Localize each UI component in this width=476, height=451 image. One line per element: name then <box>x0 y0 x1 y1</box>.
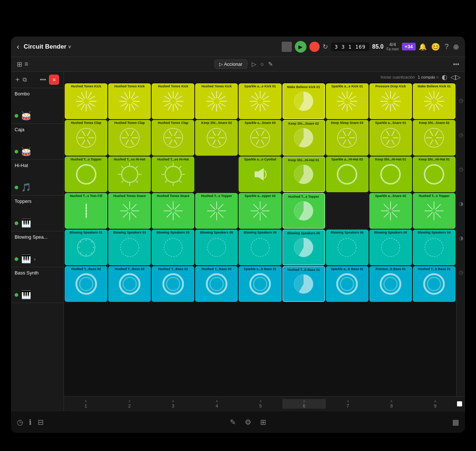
clip-cell-r0-c7[interactable]: Pressure Drop Kick <box>369 83 412 119</box>
help-button[interactable]: ? <box>445 42 449 51</box>
accionar-button[interactable]: ▷ Accionar <box>214 60 247 69</box>
clip-cell-r4-c1[interactable]: Blowing Speakers 03 <box>108 230 151 265</box>
tempo-display[interactable]: 85.0 <box>372 43 384 50</box>
clip-cell-r2-c0[interactable]: Hushed T...s Topper <box>65 156 107 192</box>
clip-cell-r2-c5[interactable]: Keep Shi...Hi-Hat 01 <box>282 156 325 192</box>
track-expand-blowing[interactable]: › <box>34 256 36 262</box>
clip-cell-r0-c4[interactable]: Sparkle a...e Kick 01 <box>239 83 281 119</box>
clip-cell-r3-c3[interactable]: Hushed T...s Topper <box>195 193 238 229</box>
clip-cell-r3-c4[interactable]: Sparkle a...opper 02 <box>239 193 281 229</box>
measure-4[interactable]: ∧ 4 <box>195 399 239 409</box>
clip-cell-r3-c8[interactable]: Hushed T...s Topper <box>413 193 456 229</box>
pencil-footer-button[interactable]: ✎ <box>230 418 236 427</box>
clip-cell-r3-c2[interactable]: Hushed Tones Snare <box>152 193 194 229</box>
clip-cell-r2-c4[interactable]: Sparkle a...e Cymbal <box>239 156 281 192</box>
measure-7[interactable]: ∧ 7 <box>326 399 370 409</box>
play-button[interactable]: ▶ <box>295 41 306 53</box>
clip-cell-r3-c7[interactable]: Sparkle a...Snare 02 <box>369 193 412 229</box>
add-track-button[interactable]: + <box>15 76 20 84</box>
clip-cell-r0-c1[interactable]: Hushed Tones Kick <box>108 83 151 119</box>
clip-cell-r1-c3[interactable]: Keep Shi...Snare 02 <box>195 120 238 156</box>
row-ctrl-1[interactable]: ◷ <box>457 84 465 117</box>
clip-cell-r2-c6[interactable]: Sparkle a...Hi-Hat 02 <box>326 156 369 192</box>
clip-cell-r5-c0[interactable]: Hushed T...Bass 02 <box>65 266 107 302</box>
clip-cell-r0-c2[interactable]: Hushed Tones Kick <box>152 83 194 119</box>
play-sub-button[interactable]: ▷ <box>252 61 256 68</box>
grid-view-button[interactable]: ⊞ <box>17 60 22 68</box>
clip-cell-r4-c3[interactable]: Blowing Speakers 05 <box>195 230 238 265</box>
clip-cell-r3-c6[interactable] <box>326 193 369 229</box>
stop-button[interactable] <box>282 42 292 52</box>
clip-cell-r3-c5[interactable]: Hushed T...s Topper <box>282 193 325 229</box>
clip-cell-r0-c3[interactable]: Hushed Tones Kick <box>195 83 238 119</box>
clip-cell-r0-c8[interactable]: Make Believe Kick 01 <box>413 83 456 119</box>
row-ctrl-3[interactable]: ◷ <box>457 153 465 186</box>
list-view-button[interactable]: ≡ <box>24 60 28 68</box>
clip-cell-r5-c3[interactable]: Hushed T...Bass 02 <box>195 266 238 302</box>
clip-cell-r2-c7[interactable]: Keep Shi...Hi-Hat 01 <box>369 156 412 192</box>
record-button[interactable] <box>309 42 320 52</box>
history-button[interactable]: ◷ <box>17 418 23 427</box>
clip-cell-r1-c0[interactable]: Hushed Tones Clap <box>65 120 107 156</box>
clip-cell-r4-c8[interactable]: Blowing Speakers 04 <box>413 230 456 265</box>
clip-cell-r2-c8[interactable]: Keep Shi...Hi-Hat 01 <box>413 156 456 192</box>
time-signature[interactable]: 4/4 Fa men <box>386 42 399 52</box>
clip-cell-r1-c4[interactable]: Sparkle a...Snare 03 <box>239 120 281 156</box>
more-button[interactable]: ⊕ <box>453 42 459 51</box>
measure-9[interactable]: ∧ 9 <box>414 399 457 409</box>
clip-cell-r4-c5[interactable]: Blowing Speakers 05 <box>282 230 325 265</box>
pencil-sub-button[interactable]: ✎ <box>268 61 273 68</box>
project-name[interactable]: Circuit Bender ∨ <box>24 43 71 50</box>
clip-cell-r1-c5[interactable]: Keep Shi...Snare 02 <box>282 120 325 156</box>
clip-cell-r2-c3[interactable] <box>195 156 238 192</box>
duplicate-button[interactable]: ⧉ <box>23 76 27 83</box>
sub-more-button[interactable]: ••• <box>453 61 459 68</box>
clip-cell-r5-c8[interactable]: Hushed T...b Bass 01 <box>413 266 456 302</box>
measure-5[interactable]: ∧ 5 <box>239 399 282 409</box>
track-item-toppers[interactable]: Toppers 🎹 <box>11 196 64 231</box>
clip-cell-r3-c0[interactable]: Hushed T...s Tom Fill <box>65 193 107 229</box>
clip-cell-r1-c6[interactable]: Deep Sleep Snare 03 <box>326 120 369 156</box>
track-item-bass[interactable]: Bass Synth 🎹 <box>11 267 64 303</box>
clip-cell-r4-c7[interactable]: Blowing Speakers 06 <box>369 230 412 265</box>
row-ctrl-4[interactable]: ◑ <box>457 187 465 220</box>
clip-cell-r4-c2[interactable]: Blowing Speakers 03 <box>152 230 194 265</box>
clip-cell-r1-c1[interactable]: Hushed Tones Clap <box>108 120 151 156</box>
clip-cell-r5-c1[interactable]: Hushed T...Bass 02 <box>108 266 151 302</box>
clip-cell-r5-c2[interactable]: Hushed T...Bass 02 <box>152 266 194 302</box>
clip-cell-r1-c2[interactable]: Hushed Tones Clap <box>152 120 194 156</box>
clip-cell-r2-c1[interactable]: Hushed T...es Hi-Hat <box>108 156 151 192</box>
clip-cell-r0-c0[interactable]: Hushed Tones Kick <box>65 83 107 119</box>
clip-cell-r0-c6[interactable]: Sparkle a...e Kick 01 <box>326 83 369 119</box>
volume-button[interactable]: ◁▷ <box>450 73 461 81</box>
row-ctrl-6[interactable]: ◷ <box>457 256 465 289</box>
clip-cell-r3-c1[interactable]: Hushed Tones Snare <box>108 193 151 229</box>
clip-cell-r1-c7[interactable]: Sparkle a...Snare 01 <box>369 120 412 156</box>
sliders-footer-button[interactable]: ⊞ <box>260 418 266 427</box>
clip-cell-r4-c4[interactable]: Blowing Speakers 05 <box>239 230 281 265</box>
transpose-badge[interactable]: +34 <box>402 43 416 50</box>
settings-footer-button[interactable]: ⚙ <box>245 418 251 427</box>
grid-footer-button[interactable]: ▦ <box>452 418 459 427</box>
clip-cell-r1-c8[interactable]: Keep Shi...Snare 02 <box>413 120 456 156</box>
loop-sub-button[interactable]: ○ <box>260 61 264 68</box>
clip-cell-r4-c0[interactable]: Blowing Speakers 01 <box>65 230 107 265</box>
clip-cell-r0-c5[interactable]: Make Believe Kick 01 <box>282 83 325 119</box>
measure-2[interactable]: ∧ 2 <box>108 399 152 409</box>
track-item-bombo[interactable]: Bombo 🥁 <box>11 88 64 124</box>
measure-6[interactable]: ∧ 6 <box>282 399 326 409</box>
row-ctrl-5[interactable]: ◑ <box>457 221 465 254</box>
contrast-button[interactable]: ◐ <box>442 73 448 81</box>
track-menu-button[interactable]: ••• <box>40 76 46 83</box>
track-item-caja[interactable]: Caja 🥁 <box>11 124 64 160</box>
layout-button[interactable]: ⊟ <box>38 418 44 427</box>
clip-cell-r2-c2[interactable]: Hushed T...es Hi-Hat <box>152 156 194 192</box>
emoji-button[interactable]: 😊 <box>431 42 440 51</box>
clip-cell-r4-c6[interactable]: Blowing Speakers 06 <box>326 230 369 265</box>
row-ctrl-2[interactable]: ◷ <box>457 118 465 151</box>
loop-button[interactable]: ↻ <box>323 43 328 51</box>
clip-cell-r5-c4[interactable]: Sparkle a...b Bass 01 <box>239 266 281 302</box>
measure-8[interactable]: ∧ 8 <box>370 399 414 409</box>
back-button[interactable]: ‹ <box>17 42 19 51</box>
clip-cell-r5-c5[interactable]: Hushed T...b Bass 01 <box>282 266 325 302</box>
